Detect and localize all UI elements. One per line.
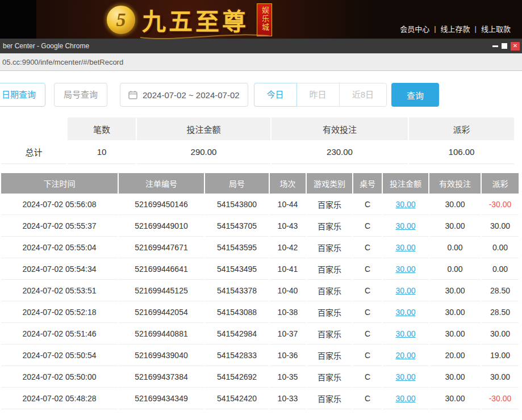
last8days-button[interactable]: 近8日 bbox=[339, 83, 387, 107]
cell-table-no: C bbox=[353, 388, 382, 409]
cell-valid-bet: 20.00 bbox=[429, 345, 481, 366]
cell-table-no: C bbox=[353, 194, 382, 215]
tab-date-query[interactable]: 日期查询 bbox=[0, 83, 45, 107]
cell-game-type: 百家乐 bbox=[307, 301, 352, 323]
summary-count-value: 10 bbox=[68, 140, 136, 164]
table-row: 2024-07-02 05:55:04 521699447671 5415435… bbox=[1, 237, 519, 258]
cell-session: 10-41 bbox=[270, 258, 306, 280]
bet-table-header-row: 下注时间 注单编号 局号 场次 游戏类别 桌号 投注金额 有效投注 派彩 bbox=[1, 173, 519, 194]
bet-amount-link[interactable]: 30.00 bbox=[383, 388, 428, 409]
bet-amount-link[interactable]: 20.00 bbox=[383, 345, 428, 366]
cell-round-no: 541542833 bbox=[205, 345, 269, 366]
table-row: 2024-07-02 05:55:37 521699449010 5415437… bbox=[1, 215, 519, 237]
cell-game-type: 百家乐 bbox=[307, 388, 352, 409]
maximize-button[interactable] bbox=[502, 43, 507, 49]
cell-game-type: 百家乐 bbox=[307, 194, 352, 215]
payout-cell: 30.00 bbox=[482, 323, 519, 345]
corner-block bbox=[0, 0, 36, 39]
cell-valid-bet: 30.00 bbox=[429, 215, 481, 237]
url-text[interactable]: 05.cc:9900/infe/mcenter/#/betRecord bbox=[2, 58, 123, 66]
cell-session: 10-44 bbox=[270, 194, 306, 215]
cell-game-type: 百家乐 bbox=[307, 323, 352, 345]
table-row: 2024-07-02 05:54:34 521699446641 5415434… bbox=[1, 258, 519, 280]
bet-amount-link[interactable]: 30.00 bbox=[383, 237, 428, 258]
window-title: ber Center - Google Chrome bbox=[3, 42, 89, 50]
bet-amount-link[interactable]: 30.00 bbox=[383, 215, 428, 237]
cell-session: 10-35 bbox=[270, 366, 306, 388]
header-bet-time: 下注时间 bbox=[1, 173, 118, 194]
nav-link-member-center[interactable]: 会员中心 bbox=[395, 23, 434, 34]
cell-bet-time: 2024-07-02 05:50:00 bbox=[1, 366, 118, 388]
payout-cell: 30.00 bbox=[482, 366, 519, 388]
logo-swirl-decoration bbox=[139, 31, 270, 42]
cell-bet-time: 2024-07-02 05:54:34 bbox=[1, 258, 118, 280]
cell-bet-time: 2024-07-02 05:56:08 bbox=[1, 194, 118, 215]
summary-total-row: 总计 10 290.00 230.00 106.00 bbox=[1, 140, 514, 164]
close-button[interactable]: ✕ bbox=[511, 42, 520, 51]
query-button[interactable]: 查询 bbox=[391, 83, 439, 107]
cell-round-no: 541542420 bbox=[205, 388, 269, 409]
header-round-no: 局号 bbox=[205, 173, 269, 194]
cell-bet-id: 521699437384 bbox=[119, 366, 204, 388]
cell-game-type: 百家乐 bbox=[307, 280, 352, 301]
bet-amount-link[interactable]: 30.00 bbox=[383, 323, 428, 345]
bet-amount-link[interactable]: 30.00 bbox=[383, 258, 428, 280]
minimize-button[interactable] bbox=[492, 45, 498, 47]
header-payout: 派彩 bbox=[482, 173, 519, 194]
cell-round-no: 541542692 bbox=[205, 366, 269, 388]
cell-table-no: C bbox=[353, 215, 382, 237]
cell-bet-id: 521699445125 bbox=[119, 280, 204, 301]
cell-valid-bet: 0.00 bbox=[429, 258, 481, 280]
table-row: 2024-07-02 05:51:46 521699440881 5415429… bbox=[1, 323, 519, 345]
browser-urlbar[interactable]: 05.cc:9900/infe/mcenter/#/betRecord bbox=[0, 53, 522, 71]
cell-round-no: 541543495 bbox=[205, 258, 269, 280]
cell-bet-time: 2024-07-02 05:55:37 bbox=[1, 215, 118, 237]
cell-round-no: 541543378 bbox=[205, 280, 269, 301]
date-range-picker[interactable]: 2024-07-02 ~ 2024-07-02 bbox=[120, 83, 248, 107]
cell-bet-time: 2024-07-02 05:53:51 bbox=[1, 280, 118, 301]
payout-cell: 19.00 bbox=[482, 345, 519, 366]
cell-valid-bet: 30.00 bbox=[429, 280, 481, 301]
cell-valid-bet: 30.00 bbox=[429, 194, 481, 215]
cell-table-no: C bbox=[353, 280, 382, 301]
bet-amount-link[interactable]: 30.00 bbox=[383, 280, 428, 301]
cell-game-type: 百家乐 bbox=[307, 215, 352, 237]
cell-bet-id: 521699442054 bbox=[119, 301, 204, 323]
cell-bet-time: 2024-07-02 05:52:18 bbox=[1, 301, 118, 323]
cell-bet-id: 521699447671 bbox=[119, 237, 204, 258]
filter-row: 日期查询 局号查询 2024-07-02 ~ 2024-07-02 今日 昨日 … bbox=[0, 83, 522, 107]
bet-amount-link[interactable]: 30.00 bbox=[383, 194, 428, 215]
payout-cell: 28.50 bbox=[482, 301, 519, 323]
bet-amount-link[interactable]: 30.00 bbox=[383, 366, 428, 388]
cell-bet-time: 2024-07-02 05:48:28 bbox=[1, 388, 118, 409]
cell-table-no: C bbox=[353, 301, 382, 323]
payout-cell: 0.00 bbox=[482, 237, 519, 258]
today-button[interactable]: 今日 bbox=[254, 83, 297, 107]
top-nav: 会员中心 | 线上存款 | 线上取款 bbox=[395, 23, 515, 34]
cell-session: 10-43 bbox=[270, 215, 306, 237]
bet-record-table: 下注时间 注单编号 局号 场次 游戏类别 桌号 投注金额 有效投注 派彩 202… bbox=[0, 173, 520, 409]
tab-round-query[interactable]: 局号查询 bbox=[54, 83, 107, 107]
header-bet-amount: 投注金额 bbox=[383, 173, 428, 194]
cell-session: 10-40 bbox=[270, 280, 306, 301]
header-session: 场次 bbox=[270, 173, 306, 194]
table-row: 2024-07-02 05:50:00 521699437384 5415426… bbox=[1, 366, 519, 388]
quick-date-group: 今日 昨日 近8日 bbox=[254, 83, 387, 107]
cell-round-no: 541542984 bbox=[205, 323, 269, 345]
logo-coin-glyph: 5 bbox=[116, 10, 126, 30]
header-bet-id: 注单编号 bbox=[119, 173, 204, 194]
cell-valid-bet: 30.00 bbox=[429, 366, 481, 388]
cell-valid-bet: 0.00 bbox=[429, 237, 481, 258]
yesterday-button[interactable]: 昨日 bbox=[297, 83, 340, 107]
payout-cell: -30.00 bbox=[482, 194, 519, 215]
cell-session: 10-33 bbox=[270, 388, 306, 409]
table-row: 2024-07-02 05:56:08 521699450146 5415438… bbox=[1, 194, 519, 215]
logo-coin-icon: 5 bbox=[106, 5, 136, 35]
nav-link-online-deposit[interactable]: 线上存款 bbox=[436, 23, 475, 34]
cell-bet-id: 521699446641 bbox=[119, 258, 204, 280]
nav-link-online-withdraw[interactable]: 线上取款 bbox=[477, 23, 515, 34]
summary-header-payout: 派彩 bbox=[409, 117, 514, 140]
payout-cell: 28.50 bbox=[482, 280, 519, 301]
payout-cell: -30.00 bbox=[482, 388, 519, 409]
bet-amount-link[interactable]: 30.00 bbox=[383, 301, 428, 323]
